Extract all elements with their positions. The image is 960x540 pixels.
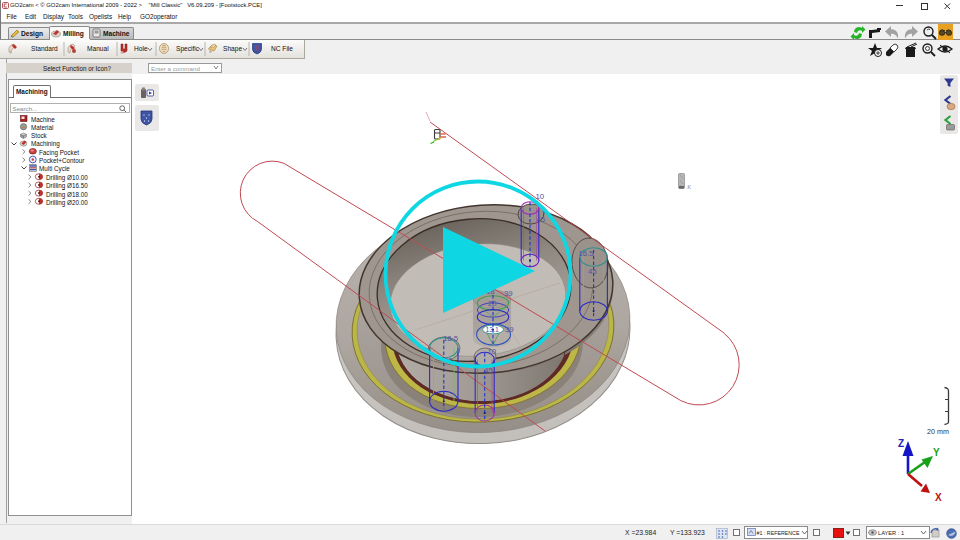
svg-text:X: X xyxy=(935,492,942,503)
svg-text:.K: .K xyxy=(686,184,692,190)
svg-text:45: 45 xyxy=(588,267,597,276)
svg-text:10: 10 xyxy=(488,347,497,356)
svg-text:13.1: 13.1 xyxy=(486,326,499,333)
svg-text:39: 39 xyxy=(504,289,513,298)
svg-text:20: 20 xyxy=(488,299,497,308)
svg-text:Z: Z xyxy=(898,438,904,449)
svg-text:16.5: 16.5 xyxy=(443,334,459,343)
svg-text:39: 39 xyxy=(505,325,514,334)
svg-text:20 mm: 20 mm xyxy=(927,427,949,436)
svg-text:16.5: 16.5 xyxy=(579,249,595,258)
svg-text:45: 45 xyxy=(537,215,546,224)
svg-text:Y: Y xyxy=(933,447,940,458)
svg-text:10: 10 xyxy=(536,192,545,201)
